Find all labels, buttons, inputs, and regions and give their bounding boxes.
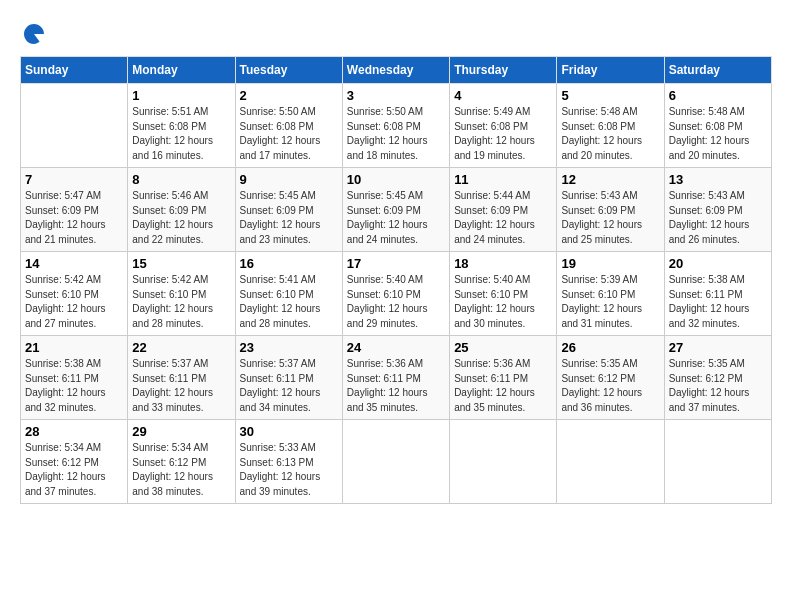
day-info: Sunrise: 5:43 AM Sunset: 6:09 PM Dayligh… <box>561 189 659 247</box>
calendar-cell: 20 Sunrise: 5:38 AM Sunset: 6:11 PM Dayl… <box>664 252 771 336</box>
day-number: 10 <box>347 172 445 187</box>
day-number: 15 <box>132 256 230 271</box>
calendar-cell: 26 Sunrise: 5:35 AM Sunset: 6:12 PM Dayl… <box>557 336 664 420</box>
daylight-text: Daylight: 12 hours and 33 minutes. <box>132 387 213 413</box>
sunset-text: Sunset: 6:10 PM <box>561 289 635 300</box>
daylight-text: Daylight: 12 hours and 17 minutes. <box>240 135 321 161</box>
daylight-text: Daylight: 12 hours and 27 minutes. <box>25 303 106 329</box>
daylight-text: Daylight: 12 hours and 28 minutes. <box>132 303 213 329</box>
calendar-cell <box>342 420 449 504</box>
week-row-4: 21 Sunrise: 5:38 AM Sunset: 6:11 PM Dayl… <box>21 336 772 420</box>
column-header-tuesday: Tuesday <box>235 57 342 84</box>
column-header-monday: Monday <box>128 57 235 84</box>
calendar-cell: 6 Sunrise: 5:48 AM Sunset: 6:08 PM Dayli… <box>664 84 771 168</box>
sunset-text: Sunset: 6:13 PM <box>240 457 314 468</box>
calendar-cell: 22 Sunrise: 5:37 AM Sunset: 6:11 PM Dayl… <box>128 336 235 420</box>
day-number: 3 <box>347 88 445 103</box>
sunset-text: Sunset: 6:08 PM <box>669 121 743 132</box>
daylight-text: Daylight: 12 hours and 35 minutes. <box>347 387 428 413</box>
sunrise-text: Sunrise: 5:40 AM <box>347 274 423 285</box>
sunrise-text: Sunrise: 5:37 AM <box>240 358 316 369</box>
sunset-text: Sunset: 6:11 PM <box>669 289 743 300</box>
calendar-cell: 7 Sunrise: 5:47 AM Sunset: 6:09 PM Dayli… <box>21 168 128 252</box>
column-header-wednesday: Wednesday <box>342 57 449 84</box>
day-info: Sunrise: 5:41 AM Sunset: 6:10 PM Dayligh… <box>240 273 338 331</box>
day-info: Sunrise: 5:36 AM Sunset: 6:11 PM Dayligh… <box>347 357 445 415</box>
calendar-cell: 24 Sunrise: 5:36 AM Sunset: 6:11 PM Dayl… <box>342 336 449 420</box>
day-info: Sunrise: 5:35 AM Sunset: 6:12 PM Dayligh… <box>669 357 767 415</box>
calendar-cell: 10 Sunrise: 5:45 AM Sunset: 6:09 PM Dayl… <box>342 168 449 252</box>
calendar-cell: 21 Sunrise: 5:38 AM Sunset: 6:11 PM Dayl… <box>21 336 128 420</box>
day-number: 1 <box>132 88 230 103</box>
day-number: 11 <box>454 172 552 187</box>
day-info: Sunrise: 5:44 AM Sunset: 6:09 PM Dayligh… <box>454 189 552 247</box>
day-info: Sunrise: 5:34 AM Sunset: 6:12 PM Dayligh… <box>25 441 123 499</box>
column-header-sunday: Sunday <box>21 57 128 84</box>
calendar-cell: 3 Sunrise: 5:50 AM Sunset: 6:08 PM Dayli… <box>342 84 449 168</box>
day-number: 20 <box>669 256 767 271</box>
calendar-cell: 13 Sunrise: 5:43 AM Sunset: 6:09 PM Dayl… <box>664 168 771 252</box>
calendar-cell: 4 Sunrise: 5:49 AM Sunset: 6:08 PM Dayli… <box>450 84 557 168</box>
week-row-5: 28 Sunrise: 5:34 AM Sunset: 6:12 PM Dayl… <box>21 420 772 504</box>
sunrise-text: Sunrise: 5:38 AM <box>669 274 745 285</box>
calendar-cell: 18 Sunrise: 5:40 AM Sunset: 6:10 PM Dayl… <box>450 252 557 336</box>
logo-icon <box>20 20 48 48</box>
sunset-text: Sunset: 6:11 PM <box>240 373 314 384</box>
sunset-text: Sunset: 6:10 PM <box>132 289 206 300</box>
day-number: 5 <box>561 88 659 103</box>
sunset-text: Sunset: 6:08 PM <box>347 121 421 132</box>
sunset-text: Sunset: 6:12 PM <box>132 457 206 468</box>
calendar-cell: 29 Sunrise: 5:34 AM Sunset: 6:12 PM Dayl… <box>128 420 235 504</box>
day-number: 27 <box>669 340 767 355</box>
day-number: 7 <box>25 172 123 187</box>
calendar-cell: 9 Sunrise: 5:45 AM Sunset: 6:09 PM Dayli… <box>235 168 342 252</box>
calendar-cell <box>664 420 771 504</box>
sunset-text: Sunset: 6:11 PM <box>25 373 99 384</box>
sunrise-text: Sunrise: 5:47 AM <box>25 190 101 201</box>
day-info: Sunrise: 5:45 AM Sunset: 6:09 PM Dayligh… <box>347 189 445 247</box>
day-number: 18 <box>454 256 552 271</box>
day-number: 9 <box>240 172 338 187</box>
day-info: Sunrise: 5:45 AM Sunset: 6:09 PM Dayligh… <box>240 189 338 247</box>
daylight-text: Daylight: 12 hours and 32 minutes. <box>669 303 750 329</box>
daylight-text: Daylight: 12 hours and 36 minutes. <box>561 387 642 413</box>
day-info: Sunrise: 5:34 AM Sunset: 6:12 PM Dayligh… <box>132 441 230 499</box>
sunrise-text: Sunrise: 5:51 AM <box>132 106 208 117</box>
sunset-text: Sunset: 6:12 PM <box>561 373 635 384</box>
daylight-text: Daylight: 12 hours and 32 minutes. <box>25 387 106 413</box>
day-number: 24 <box>347 340 445 355</box>
daylight-text: Daylight: 12 hours and 31 minutes. <box>561 303 642 329</box>
sunrise-text: Sunrise: 5:46 AM <box>132 190 208 201</box>
sunrise-text: Sunrise: 5:42 AM <box>25 274 101 285</box>
sunrise-text: Sunrise: 5:48 AM <box>561 106 637 117</box>
week-row-1: 1 Sunrise: 5:51 AM Sunset: 6:08 PM Dayli… <box>21 84 772 168</box>
day-info: Sunrise: 5:48 AM Sunset: 6:08 PM Dayligh… <box>561 105 659 163</box>
day-number: 2 <box>240 88 338 103</box>
day-number: 12 <box>561 172 659 187</box>
sunset-text: Sunset: 6:09 PM <box>561 205 635 216</box>
sunset-text: Sunset: 6:08 PM <box>132 121 206 132</box>
daylight-text: Daylight: 12 hours and 19 minutes. <box>454 135 535 161</box>
calendar-cell: 5 Sunrise: 5:48 AM Sunset: 6:08 PM Dayli… <box>557 84 664 168</box>
daylight-text: Daylight: 12 hours and 26 minutes. <box>669 219 750 245</box>
calendar-cell: 17 Sunrise: 5:40 AM Sunset: 6:10 PM Dayl… <box>342 252 449 336</box>
calendar-cell: 2 Sunrise: 5:50 AM Sunset: 6:08 PM Dayli… <box>235 84 342 168</box>
sunrise-text: Sunrise: 5:43 AM <box>669 190 745 201</box>
sunrise-text: Sunrise: 5:50 AM <box>347 106 423 117</box>
sunrise-text: Sunrise: 5:35 AM <box>561 358 637 369</box>
daylight-text: Daylight: 12 hours and 28 minutes. <box>240 303 321 329</box>
calendar-cell: 25 Sunrise: 5:36 AM Sunset: 6:11 PM Dayl… <box>450 336 557 420</box>
sunset-text: Sunset: 6:11 PM <box>347 373 421 384</box>
sunrise-text: Sunrise: 5:44 AM <box>454 190 530 201</box>
day-number: 13 <box>669 172 767 187</box>
sunrise-text: Sunrise: 5:45 AM <box>240 190 316 201</box>
day-number: 29 <box>132 424 230 439</box>
sunset-text: Sunset: 6:08 PM <box>240 121 314 132</box>
daylight-text: Daylight: 12 hours and 24 minutes. <box>454 219 535 245</box>
calendar-table: SundayMondayTuesdayWednesdayThursdayFrid… <box>20 56 772 504</box>
daylight-text: Daylight: 12 hours and 39 minutes. <box>240 471 321 497</box>
sunset-text: Sunset: 6:10 PM <box>240 289 314 300</box>
day-info: Sunrise: 5:46 AM Sunset: 6:09 PM Dayligh… <box>132 189 230 247</box>
calendar-cell: 28 Sunrise: 5:34 AM Sunset: 6:12 PM Dayl… <box>21 420 128 504</box>
sunset-text: Sunset: 6:09 PM <box>25 205 99 216</box>
